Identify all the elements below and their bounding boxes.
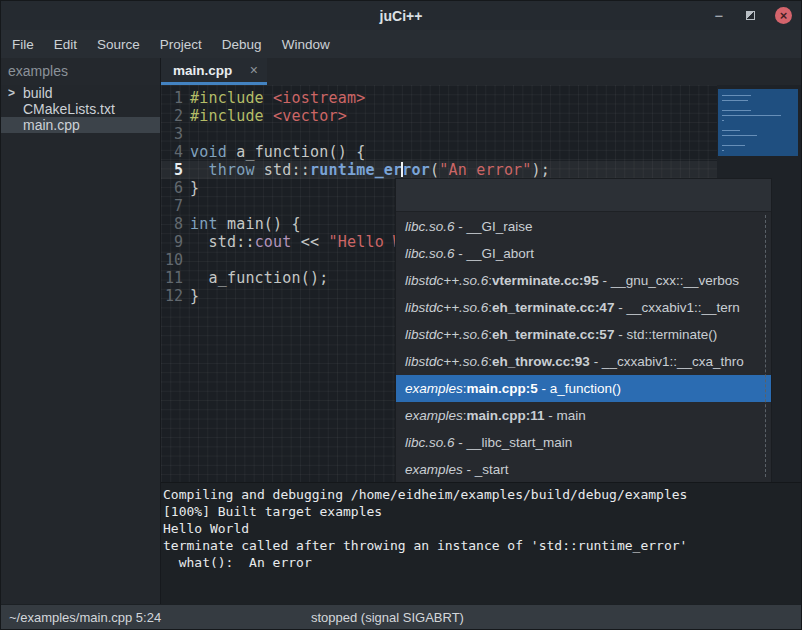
- stack-trace-popup: libc.so.6 - __GI_raiselibc.so.6 - __GI_a…: [395, 178, 772, 482]
- window-title: juCi++: [1, 8, 801, 24]
- code-token: );: [532, 161, 550, 179]
- frame-library: libc.so.6: [405, 246, 455, 261]
- frame-library: libc.so.6: [405, 435, 455, 450]
- stack-trace-search-input[interactable]: [396, 179, 771, 212]
- debug-status-label: stopped (signal SIGABRT): [311, 610, 464, 625]
- stack-frame-item[interactable]: libc.so.6 - __GI_abort: [396, 240, 771, 267]
- code-line-3[interactable]: 3: [161, 125, 718, 143]
- menu-window[interactable]: Window: [272, 31, 340, 58]
- minimize-button[interactable]: −: [712, 11, 726, 21]
- minimap-line: [722, 120, 724, 121]
- app-window: juCi++ − × FileEditSourceProjectDebugWin…: [0, 0, 802, 630]
- terminal-line: terminate called after throwing an insta…: [163, 537, 801, 554]
- frame-library: libc.so.6: [405, 219, 455, 234]
- line-number: 6: [161, 179, 183, 197]
- code-token: "Hello W: [329, 233, 403, 251]
- code-token: void: [190, 143, 227, 161]
- sidebar-item-build[interactable]: >build: [1, 85, 160, 101]
- code-token: (: [430, 161, 439, 179]
- frame-function: - __GI_raise: [455, 219, 533, 234]
- frame-file-line: eh_terminate.cc:47: [492, 300, 614, 315]
- code-token: #include: [190, 89, 264, 107]
- code-token: <<: [292, 233, 329, 251]
- code-token: throw: [208, 161, 254, 179]
- menu-project[interactable]: Project: [150, 31, 212, 58]
- terminal-line: Hello World: [163, 520, 801, 537]
- menu-debug[interactable]: Debug: [212, 31, 272, 58]
- line-number: 12: [161, 287, 183, 305]
- frame-function: - a_function(): [538, 381, 621, 396]
- tab-close-icon[interactable]: ×: [250, 63, 258, 77]
- status-bar: ~/examples/main.cpp 5:24 stopped (signal…: [1, 604, 801, 629]
- frame-function: - __cxxabiv1::__cxa_thro: [590, 354, 744, 369]
- tree-item-label: CMakeLists.txt: [23, 101, 115, 117]
- terminal-line: [100%] Built target examples: [163, 503, 801, 520]
- frame-file-line: eh_throw.cc:93: [492, 354, 590, 369]
- sidebar-item-cmakelists-txt[interactable]: CMakeLists.txt: [1, 101, 160, 117]
- menubar: FileEditSourceProjectDebugWindow: [1, 30, 801, 58]
- code-line-1[interactable]: 1#include <iostream>: [161, 89, 718, 107]
- code-token: ror: [402, 161, 430, 179]
- frame-function: - __cxxabiv1::__tern: [614, 300, 739, 315]
- main-area: examples >buildCMakeLists.txtmain.cpp ma…: [1, 58, 801, 604]
- terminal-line: what(): An error: [163, 554, 801, 571]
- expander-chevron-icon[interactable]: >: [8, 86, 23, 100]
- minimap-line: [722, 100, 748, 101]
- code-token: int: [190, 215, 218, 233]
- restore-icon[interactable]: [746, 11, 755, 20]
- code-line-2[interactable]: 2#include <vector>: [161, 107, 718, 125]
- cursor-location-label: ~/examples/main.cpp 5:24: [1, 610, 161, 625]
- code-line-5[interactable]: 5 throw std::runtime_error("An error");: [161, 161, 718, 179]
- tab-bar: main.cpp ×: [161, 58, 801, 85]
- stack-frame-item[interactable]: libstdc++.so.6:eh_terminate.cc:47 - __cx…: [396, 294, 771, 321]
- stack-frame-item[interactable]: examples:main.cpp:5 - a_function(): [396, 375, 771, 402]
- stack-frame-item[interactable]: libstdc++.so.6:vterminate.cc:95 - __gnu_…: [396, 267, 771, 294]
- frame-library: examples: [405, 408, 463, 423]
- terminal-output[interactable]: Compiling and debugging /home/eidheim/ex…: [161, 482, 801, 604]
- file-sidebar: examples >buildCMakeLists.txtmain.cpp: [1, 58, 161, 604]
- frame-library: libstdc++.so.6: [405, 300, 488, 315]
- line-number: 8: [161, 215, 183, 233]
- minimap-line: [722, 130, 740, 131]
- frame-function: - __libc_start_main: [455, 435, 573, 450]
- sidebar-item-main-cpp[interactable]: main.cpp: [1, 117, 160, 133]
- stack-frame-item[interactable]: libstdc++.so.6:eh_throw.cc:93 - __cxxabi…: [396, 348, 771, 375]
- editor-pane: main.cpp × 1#include <iostream>2#include…: [161, 58, 801, 604]
- source-editor[interactable]: 1#include <iostream>2#include <vector>34…: [161, 85, 801, 482]
- stack-frame-item[interactable]: libstdc++.so.6:eh_terminate.cc:57 - std:…: [396, 321, 771, 348]
- menu-file[interactable]: File: [2, 31, 44, 58]
- code-token: a_function();: [190, 269, 328, 287]
- tree-item-label: main.cpp: [23, 117, 80, 133]
- frame-library: examples: [405, 462, 463, 477]
- line-number: 3: [161, 125, 183, 143]
- menu-edit[interactable]: Edit: [44, 31, 87, 58]
- terminal-line: Compiling and debugging /home/eidheim/ex…: [163, 486, 801, 503]
- code-token: }: [190, 287, 199, 305]
- stack-frame-item[interactable]: libc.so.6 - __libc_start_main: [396, 429, 771, 456]
- tab-label: main.cpp: [173, 63, 232, 78]
- frame-library: libstdc++.so.6: [405, 327, 488, 342]
- stack-frame-item[interactable]: libc.so.6 - __GI_raise: [396, 213, 771, 240]
- code-token: <vector>: [273, 107, 347, 125]
- file-tree: >buildCMakeLists.txtmain.cpp: [1, 85, 160, 133]
- minimap-viewport[interactable]: [718, 89, 798, 156]
- minimap-line: [722, 115, 781, 116]
- stack-frame-item[interactable]: examples - _start: [396, 456, 771, 482]
- menu-source[interactable]: Source: [87, 31, 150, 58]
- popup-scrollbar[interactable]: [765, 215, 766, 477]
- frame-function: - main: [545, 408, 586, 423]
- code-line-4[interactable]: 4void a_function() {: [161, 143, 718, 161]
- code-token: "An error": [439, 161, 531, 179]
- code-token: std::: [190, 233, 255, 251]
- frame-function: - __gnu_cxx::__verbos: [599, 273, 739, 288]
- line-number: 11: [161, 269, 183, 287]
- tab-main-cpp[interactable]: main.cpp ×: [161, 58, 267, 85]
- line-number: 10: [161, 251, 183, 269]
- frame-file-line: eh_terminate.cc:57: [492, 327, 614, 342]
- stack-frame-item[interactable]: examples:main.cpp:11 - main: [396, 402, 771, 429]
- close-button[interactable]: ×: [775, 7, 792, 24]
- titlebar[interactable]: juCi++ − ×: [1, 1, 801, 30]
- line-number: 9: [161, 233, 183, 251]
- code-token: }: [190, 179, 199, 197]
- code-token: [264, 89, 273, 107]
